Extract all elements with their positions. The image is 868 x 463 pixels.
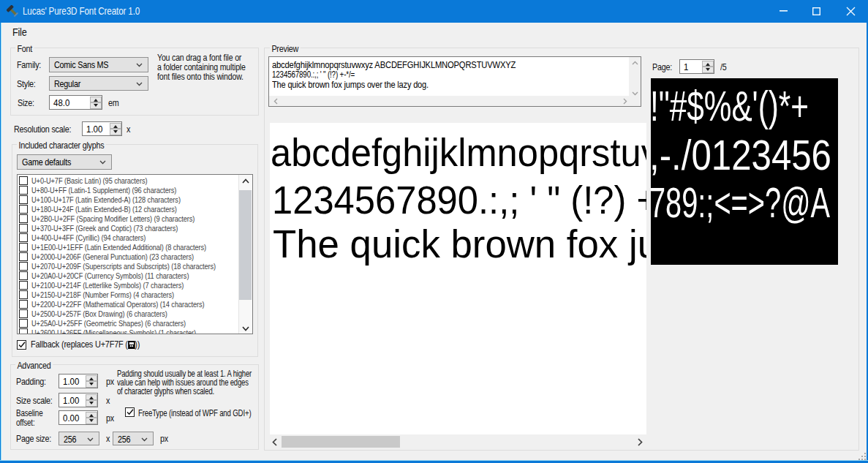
svg-text:789:;<=>?@A: 789:;<=>?@A xyxy=(651,178,830,226)
svg-text:1234567890.:,; ' " (!?) +: 1234567890.:,; ' " (!?) + xyxy=(272,178,646,222)
svg-text:The quick brown fox ju: The quick brown fox ju xyxy=(273,222,646,266)
svg-text:,-./0123456: ,-./0123456 xyxy=(651,131,831,178)
svg-text:!"#$%&'()*+: !"#$%&'()*+ xyxy=(651,82,809,129)
svg-text:abcdefghijklmnopqrstuv: abcdefghijklmnopqrstuv xyxy=(271,130,646,174)
